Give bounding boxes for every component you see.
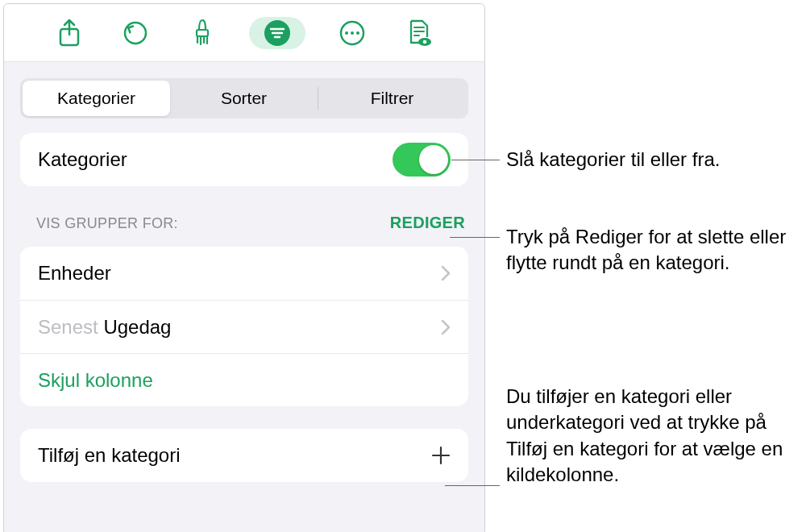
svg-point-7 [345, 31, 348, 35]
more-icon [339, 19, 366, 47]
groups-section-header: VIS GRUPPER FOR: REDIGER [36, 214, 465, 232]
share-icon [57, 19, 81, 48]
callout-lead [445, 485, 500, 486]
tab-categories[interactable]: Kategorier [23, 81, 170, 116]
callout-edit: Tryk på Rediger for at slette eller flyt… [506, 224, 788, 276]
svg-point-8 [351, 31, 354, 35]
svg-point-14 [422, 39, 426, 44]
callout-add: Du tilføjer en kategori eller underkateg… [506, 384, 796, 488]
add-category-card: Tilføj en kategori [20, 429, 468, 482]
categories-toggle-card: Kategorier [20, 133, 468, 186]
toggle-knob [419, 145, 448, 174]
categories-toggle[interactable] [393, 143, 451, 177]
tab-label: Kategorier [57, 89, 135, 108]
format-button[interactable] [183, 14, 222, 52]
row-label: Tilføj en kategori [38, 444, 181, 467]
svg-rect-2 [197, 30, 208, 36]
tab-filter[interactable]: Filtrer [318, 81, 466, 116]
svg-point-9 [356, 31, 359, 35]
hide-column-button[interactable]: Skjul kolonne [20, 353, 468, 406]
undo-icon [122, 19, 149, 47]
paintbrush-icon [189, 19, 215, 48]
group-row-enheder[interactable]: Enheder [20, 247, 468, 300]
row-label: Senest Ugedag [38, 316, 171, 339]
organize-button[interactable] [249, 17, 305, 49]
add-category-row[interactable]: Tilføj en kategori [20, 429, 468, 482]
callout-toggle: Slå kategorier til eller fra. [506, 147, 720, 172]
chevron-right-icon [441, 319, 451, 335]
edit-button[interactable]: REDIGER [390, 214, 465, 232]
undo-button[interactable] [116, 14, 155, 52]
groups-card: Enheder Senest Ugedag Skjul kolonne [20, 247, 468, 406]
categories-toggle-row: Kategorier [20, 133, 468, 186]
row-label: Skjul kolonne [38, 369, 153, 392]
toggle-label: Kategorier [38, 148, 127, 171]
callout-lead [450, 237, 500, 238]
organize-panel: Kategorier Sorter Filtrer Kategorier VIS… [3, 3, 485, 532]
document-eye-icon [406, 19, 432, 48]
organize-icon [270, 27, 285, 39]
more-button[interactable] [333, 14, 372, 52]
toolbar [4, 4, 484, 62]
callout-lead [451, 160, 500, 160]
plus-icon [431, 446, 451, 465]
row-label: Enheder [38, 262, 111, 285]
tab-sort[interactable]: Sorter [170, 81, 318, 116]
tab-label: Sorter [221, 89, 267, 108]
share-button[interactable] [50, 14, 89, 52]
segmented-control: Kategorier Sorter Filtrer [20, 78, 468, 118]
section-title: VIS GRUPPER FOR: [36, 215, 178, 232]
tab-label: Filtrer [371, 89, 414, 108]
chevron-right-icon [441, 265, 451, 281]
group-row-senest-ugedag[interactable]: Senest Ugedag [20, 300, 468, 353]
reading-mode-button[interactable] [400, 14, 438, 52]
